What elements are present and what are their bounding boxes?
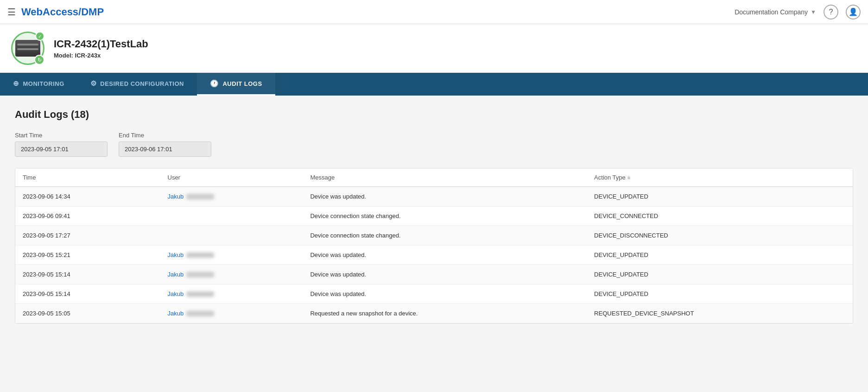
config-icon: ⚙ [90, 79, 97, 88]
user-blur [186, 272, 214, 277]
th-action-type: Action Type ≡ [587, 168, 853, 187]
model-label: Model: [54, 52, 73, 59]
tab-monitoring-label: MONITORING [23, 80, 64, 87]
cell-time: 2023-09-05 15:05 [15, 304, 160, 323]
table-body: 2023-09-06 14:34Jakub Device was updated… [15, 187, 853, 323]
cell-action-type: DEVICE_UPDATED [587, 284, 853, 304]
user-blur [186, 194, 214, 199]
nav-right: Documentation Company ▼ ? 👤 [735, 5, 861, 19]
monitoring-icon: ⊕ [13, 79, 19, 88]
user-blur [186, 252, 214, 258]
tab-desired-configuration[interactable]: ⚙ DESIRED CONFIGURATION [77, 73, 197, 96]
cell-user [160, 206, 303, 226]
cell-message: Device was updated. [303, 284, 587, 304]
user-link[interactable]: Jakub [168, 271, 296, 278]
user-blur [186, 291, 214, 297]
action-type-value: DEVICE_UPDATED [594, 251, 648, 258]
status-badge: ✓ [35, 32, 44, 41]
cell-user: Jakub [160, 245, 303, 265]
audit-icon: 🕐 [210, 79, 219, 88]
chevron-down-icon: ▼ [811, 9, 816, 15]
action-type-value: DEVICE_CONNECTED [594, 212, 658, 219]
tab-audit-logs-label: AUDIT LOGS [222, 80, 262, 87]
table-head: Time User Message Action Type ≡ [15, 168, 853, 187]
filters-row: Start Time End Time [15, 132, 853, 157]
action-type-filter-icon[interactable]: ≡ [627, 175, 630, 180]
device-name: ICR-2432(1)TestLab [54, 38, 148, 50]
cell-action-type: REQUESTED_DEVICE_SNAPSHOT [587, 304, 853, 323]
table-header-row: Time User Message Action Type ≡ [15, 168, 853, 187]
nav-left: ☰ WebAccess/DMP [7, 6, 104, 18]
audit-logs-table-wrap: Time User Message Action Type ≡ 2023-09-… [15, 168, 853, 324]
action-type-value: REQUESTED_DEVICE_SNAPSHOT [594, 310, 694, 317]
action-type-value: DEVICE_UPDATED [594, 271, 648, 278]
end-time-filter: End Time [119, 132, 211, 157]
cell-action-type: DEVICE_DISCONNECTED [587, 226, 853, 245]
user-link[interactable]: Jakub [168, 310, 296, 317]
device-model: Model: ICR-243x [54, 52, 148, 59]
action-type-value: DEVICE_DISCONNECTED [594, 232, 668, 239]
table-row: 2023-09-05 17:27Device connection state … [15, 226, 853, 245]
cell-time: 2023-09-05 15:21 [15, 245, 160, 265]
tab-audit-logs[interactable]: 🕐 AUDIT LOGS [197, 73, 275, 96]
cell-time: 2023-09-06 14:34 [15, 187, 160, 206]
cell-message: Requested a new snapshot for a device. [303, 304, 587, 323]
user-link[interactable]: Jakub [168, 290, 296, 297]
table-row: 2023-09-05 15:14Jakub Device was updated… [15, 265, 853, 284]
th-time: Time [15, 168, 160, 187]
cell-message: Device was updated. [303, 265, 587, 284]
table-row: 2023-09-05 15:21Jakub Device was updated… [15, 245, 853, 265]
logo-webaccess: WebAccess [21, 6, 78, 18]
menu-icon[interactable]: ☰ [7, 6, 16, 18]
user-link[interactable]: Jakub [168, 251, 296, 258]
page-title: Audit Logs (18) [15, 109, 853, 121]
end-time-label: End Time [119, 132, 211, 139]
help-button[interactable]: ? [824, 5, 838, 19]
table-row: 2023-09-06 14:34Jakub Device was updated… [15, 187, 853, 206]
cell-user: Jakub [160, 284, 303, 304]
cell-user: Jakub [160, 304, 303, 323]
start-time-label: Start Time [15, 132, 108, 139]
action-type-value: DEVICE_UPDATED [594, 290, 648, 297]
device-info: ICR-2432(1)TestLab Model: ICR-243x [54, 38, 148, 59]
app-logo: WebAccess/DMP [21, 6, 104, 18]
device-header: ✓ ↻ ICR-2432(1)TestLab Model: ICR-243x [0, 24, 868, 73]
table-row: 2023-09-05 15:14Jakub Device was updated… [15, 284, 853, 304]
tab-monitoring[interactable]: ⊕ MONITORING [0, 73, 77, 96]
end-time-input[interactable] [119, 141, 211, 157]
user-blur [186, 311, 214, 316]
tabs-bar: ⊕ MONITORING ⚙ DESIRED CONFIGURATION 🕐 A… [0, 73, 868, 96]
cell-action-type: DEVICE_CONNECTED [587, 206, 853, 226]
start-time-filter: Start Time [15, 132, 108, 157]
cell-action-type: DEVICE_UPDATED [587, 265, 853, 284]
company-name: Documentation Company [735, 8, 808, 16]
main-content: Audit Logs (18) Start Time End Time Time… [0, 96, 868, 392]
cell-message: Device connection state changed. [303, 226, 587, 245]
logo-dmp: DMP [81, 6, 104, 18]
audit-logs-table: Time User Message Action Type ≡ 2023-09-… [15, 168, 853, 323]
cell-user: Jakub [160, 187, 303, 206]
cell-message: Device was updated. [303, 245, 587, 265]
user-link[interactable]: Jakub [168, 193, 296, 200]
refresh-badge: ↻ [34, 55, 44, 65]
th-user: User [160, 168, 303, 187]
start-time-input[interactable] [15, 141, 108, 157]
cell-time: 2023-09-05 17:27 [15, 226, 160, 245]
cell-time: 2023-09-05 15:14 [15, 284, 160, 304]
th-message: Message [303, 168, 587, 187]
tab-desired-configuration-label: DESIRED CONFIGURATION [100, 80, 184, 87]
model-value: ICR-243x [75, 52, 101, 59]
cell-time: 2023-09-05 15:14 [15, 265, 160, 284]
cell-message: Device was updated. [303, 187, 587, 206]
action-type-value: DEVICE_UPDATED [594, 193, 648, 200]
user-button[interactable]: 👤 [846, 5, 861, 19]
cell-action-type: DEVICE_UPDATED [587, 245, 853, 265]
cell-user [160, 226, 303, 245]
cell-action-type: DEVICE_UPDATED [587, 187, 853, 206]
device-icon-wrap: ✓ ↻ [11, 32, 44, 65]
cell-message: Device connection state changed. [303, 206, 587, 226]
th-action-type-label: Action Type [594, 174, 626, 181]
table-row: 2023-09-05 15:05Jakub Requested a new sn… [15, 304, 853, 323]
device-image [15, 40, 40, 57]
company-selector[interactable]: Documentation Company ▼ [735, 8, 816, 16]
